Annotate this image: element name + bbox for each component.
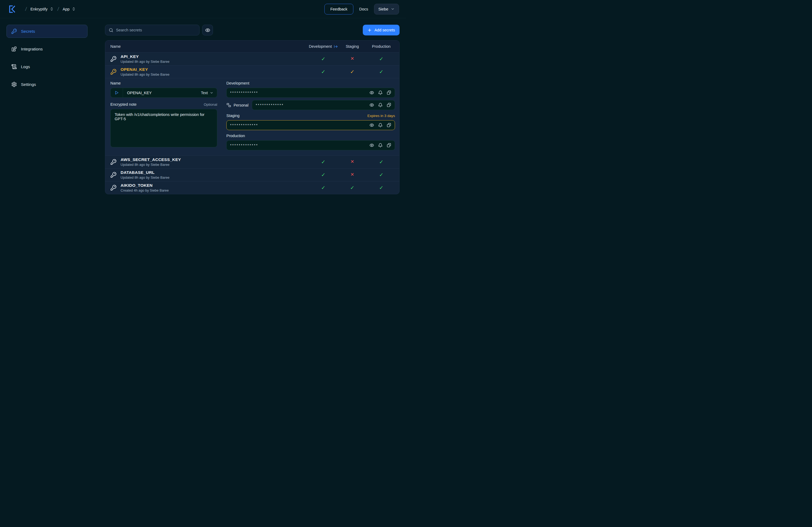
- search-icon: [109, 28, 113, 32]
- development-masked-value: *************: [230, 91, 258, 95]
- copy-icon[interactable]: [387, 143, 391, 148]
- column-header-production[interactable]: Production: [367, 44, 396, 48]
- copy-icon[interactable]: [387, 123, 391, 127]
- table-row-selected[interactable]: OPENAI_KEY Updated 8h ago by Siebe Baree: [105, 65, 399, 78]
- encrypted-note-textarea[interactable]: Token with /v1/chat/completions write pe…: [110, 109, 217, 147]
- status-development[interactable]: [309, 185, 338, 191]
- secret-name-block: OPENAI_KEY Updated 8h ago by Siebe Baree: [120, 67, 170, 76]
- reveal-all-button[interactable]: [202, 25, 213, 35]
- key-icon: [110, 69, 117, 75]
- status-production[interactable]: [367, 69, 396, 75]
- type-dropdown[interactable]: Text: [201, 91, 217, 95]
- key-icon: [110, 172, 117, 178]
- secret-meta: Updated 8h ago by Siebe Baree: [120, 73, 170, 76]
- status-development[interactable]: [309, 159, 338, 165]
- status-staging[interactable]: [338, 185, 367, 191]
- arrow-right-from-line-icon[interactable]: [334, 45, 338, 48]
- column-header-staging[interactable]: Staging: [338, 44, 367, 48]
- development-label: Development: [226, 81, 395, 85]
- status-production[interactable]: [367, 159, 396, 165]
- bell-icon[interactable]: [378, 90, 383, 95]
- bell-icon[interactable]: [378, 103, 383, 107]
- blocks-icon: [11, 46, 17, 52]
- development-value-field[interactable]: *************: [226, 88, 395, 98]
- sidebar: Secrets Integrations Logs Settings: [6, 25, 88, 194]
- user-name-label: Siebe: [378, 7, 388, 11]
- breadcrumb-project[interactable]: App: [62, 7, 76, 11]
- key-icon: [110, 185, 117, 191]
- field-actions: [369, 90, 391, 95]
- status-staging[interactable]: [338, 172, 367, 178]
- key-icon: [11, 28, 17, 34]
- sidebar-item-integrations[interactable]: Integrations: [6, 42, 88, 56]
- feedback-button[interactable]: Feedback: [324, 4, 353, 15]
- chevrons-up-down-icon[interactable]: [50, 7, 54, 11]
- note-header: Encrypted note Optional: [110, 102, 217, 107]
- sidebar-item-secrets[interactable]: Secrets: [6, 25, 88, 38]
- secret-meta: Updated 8h ago by Siebe Baree: [120, 163, 181, 167]
- enkryptify-logo-icon[interactable]: [7, 4, 17, 14]
- reveal-icon[interactable]: [369, 103, 374, 107]
- logs-icon: [11, 64, 17, 70]
- search-box: [105, 25, 200, 35]
- personal-value-field[interactable]: *************: [252, 100, 395, 110]
- secret-name-block: DATABASE_URL Updated 8h ago by Siebe Bar…: [120, 170, 170, 180]
- bell-icon[interactable]: [378, 143, 383, 148]
- table-row[interactable]: AIKIDO_TOKEN Created 4h ago by Siebe Bar…: [105, 181, 399, 194]
- copy-icon[interactable]: [387, 103, 391, 107]
- status-development[interactable]: [309, 56, 338, 62]
- table-row[interactable]: API_KEY Updated 8h ago by Siebe Baree: [105, 52, 399, 65]
- name-label: Name: [110, 81, 217, 85]
- sidebar-item-label: Integrations: [21, 47, 43, 51]
- plus-icon: [367, 28, 372, 32]
- sidebar-item-label: Logs: [21, 64, 30, 69]
- status-staging[interactable]: [338, 159, 367, 165]
- add-secrets-label: Add secrets: [374, 28, 395, 32]
- gear-icon: [11, 81, 17, 87]
- search-input[interactable]: [116, 28, 196, 32]
- secret-name: API_KEY: [120, 54, 170, 59]
- status-development[interactable]: [309, 69, 338, 75]
- staging-label: Staging: [226, 114, 240, 118]
- status-production[interactable]: [367, 172, 396, 178]
- status-production[interactable]: [367, 56, 396, 62]
- personal-masked-value: *************: [256, 103, 284, 107]
- status-staging[interactable]: [338, 69, 367, 75]
- page-layout: Secrets Integrations Logs Settings: [0, 18, 406, 194]
- run-button[interactable]: [111, 88, 123, 97]
- field-actions: [369, 143, 391, 148]
- production-header: Production: [226, 134, 395, 138]
- copy-icon[interactable]: [387, 90, 391, 95]
- reveal-icon[interactable]: [369, 143, 374, 148]
- table-row[interactable]: DATABASE_URL Updated 8h ago by Siebe Bar…: [105, 168, 399, 181]
- production-value-field[interactable]: *************: [226, 140, 395, 150]
- secret-name-block: AIKIDO_TOKEN Created 4h ago by Siebe Bar…: [120, 183, 169, 192]
- eye-icon: [205, 28, 210, 33]
- status-development[interactable]: [309, 172, 338, 178]
- chevron-down-icon: [210, 91, 214, 95]
- bell-icon[interactable]: [378, 123, 383, 127]
- staging-value-field[interactable]: *************: [226, 120, 395, 130]
- add-secrets-button[interactable]: Add secrets: [363, 25, 400, 35]
- staging-header: Staging Expires in 3 days: [226, 114, 395, 118]
- docs-link[interactable]: Docs: [359, 7, 368, 11]
- chevrons-up-down-icon[interactable]: [72, 7, 76, 11]
- field-actions: [369, 123, 391, 127]
- table-row[interactable]: AWS_SECRET_ACCESS_KEY Updated 8h ago by …: [105, 155, 399, 168]
- column-header-development[interactable]: Development: [309, 44, 338, 48]
- breadcrumb-workspace[interactable]: Enkryptify: [30, 7, 54, 11]
- reveal-icon[interactable]: [369, 123, 374, 127]
- status-production[interactable]: [367, 185, 396, 191]
- user-menu-button[interactable]: Siebe: [374, 4, 399, 15]
- reveal-icon[interactable]: [369, 90, 374, 95]
- secret-name: DATABASE_URL: [120, 170, 170, 175]
- sidebar-item-label: Secrets: [21, 29, 35, 34]
- play-icon: [114, 90, 119, 95]
- sidebar-item-logs[interactable]: Logs: [6, 60, 88, 73]
- sidebar-item-settings[interactable]: Settings: [6, 78, 88, 91]
- status-staging[interactable]: [338, 56, 367, 62]
- field-actions: [369, 103, 391, 107]
- name-field: OPENAI_KEY Text: [110, 88, 217, 98]
- main-content: Add secrets Name Development Staging: [105, 25, 400, 194]
- name-input[interactable]: OPENAI_KEY: [123, 91, 201, 95]
